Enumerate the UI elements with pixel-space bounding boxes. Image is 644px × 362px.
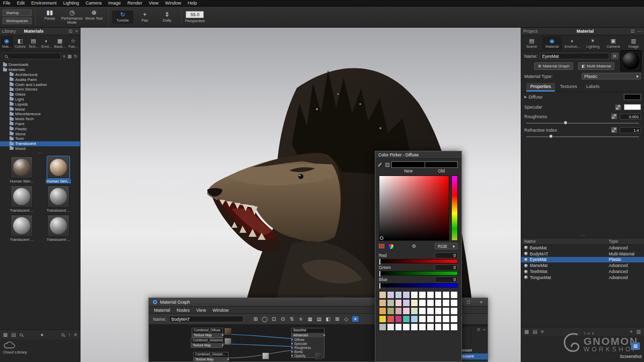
palette-swatch[interactable]: [411, 299, 418, 307]
grid-large-icon[interactable]: ▤: [532, 329, 537, 334]
palette-swatch[interactable]: [427, 323, 434, 331]
graph-toolbar-icon[interactable]: ◇: [343, 316, 350, 322]
slider-handle[interactable]: [549, 134, 553, 138]
menu-item[interactable]: Edit: [17, 1, 25, 6]
project-tab[interactable]: ◉ Material: [542, 36, 562, 50]
library-tree-item[interactable]: Plastic: [0, 126, 80, 131]
palette-swatch[interactable]: [379, 291, 386, 299]
channel-value-input[interactable]: 0: [435, 264, 458, 270]
material-thumbnail[interactable]: Translucent ...: [41, 215, 76, 242]
palette-swatch[interactable]: [403, 315, 410, 323]
channel-value-input[interactable]: 0: [435, 252, 458, 258]
library-tab[interactable]: ▤ Text...: [27, 36, 40, 50]
material-subtab[interactable]: Properties: [526, 83, 555, 92]
palette-swatch[interactable]: [387, 291, 394, 299]
palette-swatch[interactable]: [403, 307, 410, 315]
graph-toolbar-icon[interactable]: ⊞: [253, 316, 259, 322]
palette-swatch[interactable]: [379, 307, 386, 315]
palette-swatch[interactable]: [411, 323, 418, 331]
material-thumbnail[interactable]: Human Skin...: [4, 156, 39, 184]
recent-color-swatch[interactable]: [379, 244, 384, 248]
fov-input[interactable]: [186, 11, 204, 18]
color-picker-title[interactable]: Color Picker - Diffuse: [375, 151, 461, 159]
list-view-icon[interactable]: ≡: [63, 54, 65, 59]
menu-item[interactable]: Material: [154, 308, 170, 313]
library-tree-item[interactable]: Translucent: [0, 141, 80, 146]
float-panel-icon[interactable]: ⊡: [477, 327, 480, 332]
hue-slider[interactable]: [451, 175, 458, 241]
menu-item[interactable]: Window: [165, 1, 181, 6]
palette-swatch[interactable]: [387, 299, 394, 307]
material-thumbnail[interactable]: Human Skin...: [41, 156, 76, 184]
roughness-value[interactable]: 0.001: [620, 114, 641, 120]
palette-swatch[interactable]: [427, 291, 434, 299]
node-pin[interactable]: Roughness: [292, 345, 324, 349]
node-pin[interactable]: Specular: [292, 341, 324, 345]
project-tab[interactable]: ▣ Camera: [603, 36, 623, 50]
graph-toolbar-icon[interactable]: ⊠: [334, 316, 341, 322]
palette-swatch[interactable]: [387, 315, 394, 323]
close-panel-icon[interactable]: ×: [75, 29, 78, 34]
palette-swatch[interactable]: [442, 307, 450, 315]
menu-item[interactable]: View: [149, 1, 158, 6]
menu-item[interactable]: Nodes: [177, 308, 190, 313]
palette-swatch[interactable]: [450, 307, 458, 315]
library-tree-item[interactable]: Toon: [0, 136, 80, 141]
table-row[interactable]: TeethMat Advanced: [521, 268, 644, 275]
add-material-icon[interactable]: +: [630, 329, 633, 334]
material-subtab[interactable]: Labels: [582, 83, 604, 92]
menu-item[interactable]: View: [196, 308, 206, 313]
palette-swatch[interactable]: [442, 299, 450, 307]
texture-node-partial[interactable]: Combined_Glossin... Texture Map: [193, 352, 228, 361]
palette-swatch[interactable]: [419, 315, 426, 323]
palette-swatch[interactable]: [395, 299, 403, 307]
texture-slot-icon[interactable]: [611, 114, 617, 119]
library-tab[interactable]: ▦ Back...: [53, 36, 66, 50]
palette-swatch[interactable]: [435, 299, 442, 307]
graph-toolbar-icon[interactable]: ⇅: [289, 316, 295, 322]
palette-swatch[interactable]: [419, 291, 426, 299]
palette-swatch[interactable]: [442, 323, 450, 331]
swatch-tool-icon[interactable]: [385, 163, 389, 167]
toolbar-button[interactable]: ▮▮ Pause: [39, 9, 60, 26]
material-thumbnail[interactable]: Translucent ...: [4, 186, 39, 213]
import-icon[interactable]: ↑: [68, 332, 70, 337]
palette-swatch[interactable]: [450, 291, 458, 299]
menu-item[interactable]: Lighting: [63, 1, 79, 6]
library-tree-item[interactable]: Architectural: [0, 72, 80, 77]
eyedropper-icon[interactable]: [379, 162, 383, 167]
library-tree-item[interactable]: Metal: [0, 107, 80, 112]
zoom-out-icon[interactable]: [20, 333, 23, 336]
material-name-input[interactable]: [540, 53, 609, 59]
channel-gradient-bar[interactable]: [379, 271, 458, 276]
startup-button[interactable]: Startup: [3, 10, 32, 16]
grid-small-icon[interactable]: ▦: [524, 329, 529, 334]
zoom-in-icon[interactable]: [61, 333, 64, 336]
palette-swatch[interactable]: [379, 315, 386, 323]
slider-handle[interactable]: [564, 121, 568, 125]
texture-preview-thumb[interactable]: [224, 328, 231, 335]
texture-slot-icon[interactable]: [615, 105, 621, 110]
column-name[interactable]: Name: [524, 239, 609, 244]
graph-toolbar-icon[interactable]: ⊙: [280, 316, 286, 322]
texture-node-glossiness[interactable]: Combined_Glossiness Texture Map: [191, 338, 223, 348]
splitter-handle[interactable]: ⋯: [0, 151, 80, 155]
roughness-slider[interactable]: [526, 121, 639, 126]
close-icon[interactable]: ×: [480, 300, 482, 305]
material-graph-button[interactable]: ⊞ Material Graph: [534, 62, 573, 70]
multi-material-button[interactable]: ◧ Multi-Material: [578, 62, 615, 70]
library-tree-item[interactable]: Gem Stones: [0, 87, 80, 92]
material-subtab[interactable]: Textures: [556, 83, 581, 92]
camera-tool-button[interactable]: + Pan: [134, 11, 155, 24]
palette-swatch[interactable]: [450, 323, 458, 331]
palette-swatch[interactable]: [411, 315, 418, 323]
cloud-library-section[interactable]: Cloud Library: [0, 339, 80, 362]
menu-item[interactable]: Camera: [86, 1, 102, 6]
camera-tool-button[interactable]: ⇕ Dolly: [156, 11, 178, 24]
table-row[interactable]: ManeMat Advanced: [521, 262, 644, 268]
palette-swatch[interactable]: [403, 299, 410, 307]
refractive-index-value[interactable]: 1.4: [620, 127, 641, 133]
maximize-icon[interactable]: □: [467, 300, 469, 305]
gear-icon[interactable]: ⚙: [397, 243, 431, 249]
palette-swatch[interactable]: [387, 323, 394, 331]
